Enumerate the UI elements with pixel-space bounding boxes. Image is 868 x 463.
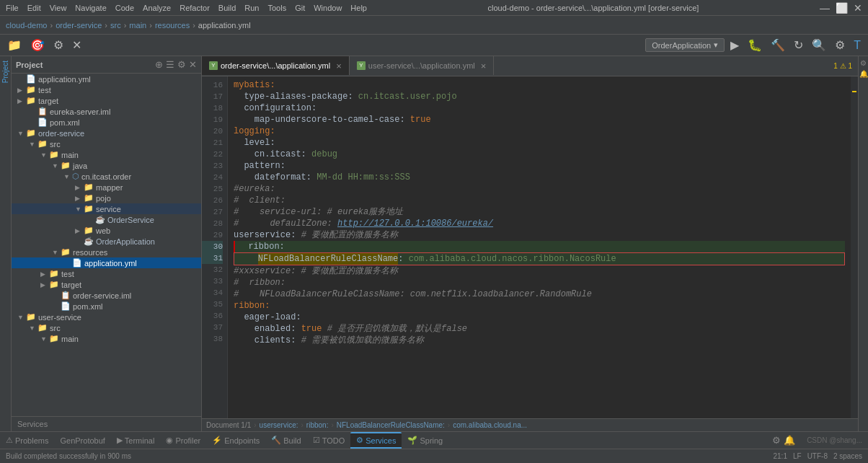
editor-breadcrumb-ribbon[interactable]: ribbon:	[306, 421, 329, 429]
menu-view[interactable]: View	[50, 4, 67, 12]
right-icon-1[interactable]: ⚙	[860, 59, 867, 67]
tab-close-icon[interactable]: ×	[481, 61, 487, 71]
tree-item-order-service[interactable]: ▼ 📁 order-service	[12, 128, 201, 138]
tree-item-resources[interactable]: ▼ 📁 resources	[12, 247, 201, 257]
yaml-tab-icon: Y	[209, 61, 218, 70]
tab-genprotobuf[interactable]: GenProtobuf	[54, 432, 110, 449]
tree-item-java[interactable]: ▼ 📁 java	[12, 160, 201, 171]
sidebar-add-icon[interactable]: ⊕	[155, 59, 163, 70]
build-button[interactable]: 🔨	[768, 37, 788, 53]
breadcrumb-cloud-demo[interactable]: cloud-demo	[6, 21, 47, 30]
code-content[interactable]: mybatis: type-aliases-package: cn.itcast…	[228, 76, 851, 418]
tree-item-app-yml-top[interactable]: 📄 application.yml	[12, 74, 201, 84]
breadcrumb-main[interactable]: main	[129, 21, 146, 30]
menu-file[interactable]: File	[6, 4, 19, 12]
search-everywhere-button[interactable]: 🔍	[809, 37, 829, 53]
sidebar-list-icon[interactable]: ☰	[166, 59, 174, 70]
toolbar-project-button[interactable]: 📁	[4, 37, 25, 53]
maximize-button[interactable]: ⬜	[836, 2, 848, 14]
run-button[interactable]: ▶	[727, 37, 742, 53]
tab-services[interactable]: ⚙ Services	[350, 432, 402, 449]
tree-item-app-yml-selected[interactable]: 📄 application.yml	[12, 257, 201, 268]
tree-item-order-service-class[interactable]: ☕ OrderService	[12, 214, 201, 225]
breadcrumb-file[interactable]: application.yml	[198, 21, 251, 30]
settings-gear-button[interactable]: ⚙	[832, 37, 848, 53]
debug-button[interactable]: 🐛	[745, 37, 765, 53]
breadcrumb-order-service[interactable]: order-service	[56, 21, 102, 30]
tab-build[interactable]: 🔨 Build	[265, 432, 306, 449]
close-button[interactable]: ✕	[854, 2, 862, 14]
menu-window[interactable]: Window	[314, 4, 342, 12]
editor-breadcrumb-nacos[interactable]: com.alibaba.cloud.na...	[453, 421, 527, 429]
sidebar-close-icon[interactable]: ✕	[189, 59, 197, 70]
tree-item-target-top[interactable]: ▶ 📁 target	[12, 95, 201, 106]
tree-item-mapper[interactable]: ▶ 📁 mapper	[12, 182, 201, 193]
tree-item-src[interactable]: ▼ 📁 src	[12, 138, 201, 149]
bottom-tab-spacer	[448, 432, 766, 449]
breadcrumb-sep-1: ›	[50, 21, 53, 30]
tree-label: web	[96, 226, 110, 235]
toolbar-target-button[interactable]: 🎯	[27, 37, 48, 53]
run-config-selector[interactable]: OrderApplication ▾	[645, 38, 725, 52]
tree-item-order-application[interactable]: ☕ OrderApplication	[12, 236, 201, 247]
menu-tools[interactable]: Tools	[267, 4, 286, 12]
toolbar-close-button[interactable]: ✕	[69, 37, 84, 53]
tree-item-service-folder[interactable]: ▼ 📁 service	[12, 203, 201, 214]
tab-user-service-yml[interactable]: Y user-service\...\application.yml ×	[350, 56, 495, 75]
expand-icon: ▼	[17, 130, 25, 137]
bottom-notifications-icon[interactable]: 🔔	[784, 435, 795, 446]
tab-order-service-yml[interactable]: Y order-service\...\application.yml ×	[202, 56, 350, 75]
tab-close-icon[interactable]: ×	[336, 61, 342, 71]
tab-problems[interactable]: ⚠ Problems	[0, 432, 54, 449]
tab-spring[interactable]: 🌱 Spring	[402, 432, 448, 449]
menu-run[interactable]: Run	[244, 4, 259, 12]
menu-help[interactable]: Help	[350, 4, 367, 12]
editor-breadcrumb-userservice[interactable]: userservice:	[260, 421, 298, 429]
menu-build[interactable]: Build	[218, 4, 236, 12]
editor-breadcrumb-nf[interactable]: NFLoadBalancerRuleClassName:	[337, 421, 445, 429]
breadcrumb-resources[interactable]: resources	[155, 21, 190, 30]
tree-label: cn.itcast.order	[81, 172, 131, 181]
tree-item-package[interactable]: ▼ ⬡ cn.itcast.order	[12, 171, 201, 182]
tree-item-eureka-iml[interactable]: 📋 eureka-server.iml	[12, 106, 201, 117]
tree-item-test-2[interactable]: ▶ 📁 test	[12, 268, 201, 279]
project-tab[interactable]: Project	[0, 56, 11, 87]
menu-git[interactable]: Git	[295, 4, 305, 12]
tree-item-web[interactable]: ▶ 📁 web	[12, 225, 201, 236]
menu-refactor[interactable]: Refactor	[180, 4, 210, 12]
menu-code[interactable]: Code	[115, 4, 134, 12]
tree-item-user-service[interactable]: ▼ 📁 user-service	[12, 312, 201, 322]
tab-todo[interactable]: ☑ TODO	[307, 432, 351, 449]
tab-terminal[interactable]: ▶ Terminal	[111, 432, 161, 449]
menu-navigate[interactable]: Navigate	[75, 4, 106, 12]
tab-profiler[interactable]: ◉ Profiler	[160, 432, 206, 449]
tree-item-order-iml[interactable]: 📋 order-service.iml	[12, 290, 201, 301]
translate-button[interactable]: T	[851, 38, 864, 53]
sidebar-gear-icon[interactable]: ⚙	[177, 59, 186, 70]
tree-item-pojo[interactable]: ▶ 📁 pojo	[12, 193, 201, 203]
tree-item-main-2[interactable]: ▼ 📁 main	[12, 333, 201, 344]
folder-icon: 📁	[26, 85, 36, 94]
minimize-button[interactable]: —	[820, 2, 830, 14]
tree-item-main[interactable]: ▼ 📁 main	[12, 149, 201, 160]
right-icon-2[interactable]: 🔔	[859, 70, 868, 78]
folder-icon: 📁	[61, 161, 71, 170]
menu-edit[interactable]: Edit	[27, 4, 41, 12]
iml-icon: 📋	[37, 107, 48, 116]
sync-button[interactable]: ↻	[791, 37, 806, 53]
tree-item-pom-2[interactable]: 📄 pom.xml	[12, 301, 201, 312]
menu-analyze[interactable]: Analyze	[143, 4, 171, 12]
tree-label: main	[61, 151, 79, 159]
tree-item-pom-top[interactable]: 📄 pom.xml	[12, 117, 201, 128]
tree-item-test[interactable]: ▶ 📁 test	[12, 84, 201, 95]
breadcrumb-src[interactable]: src	[110, 21, 121, 30]
encoding: UTF-8	[807, 452, 828, 460]
tree-item-target-2[interactable]: ▶ 📁 target	[12, 279, 201, 290]
tab-endpoints[interactable]: ⚡ Endpoints	[206, 432, 265, 449]
folder-icon: 📁	[49, 269, 59, 278]
expand-icon: ▼	[52, 249, 59, 256]
tree-label: src	[50, 324, 61, 332]
bottom-settings-icon[interactable]: ⚙	[772, 435, 781, 446]
toolbar-settings-button[interactable]: ⚙	[50, 37, 66, 53]
tree-item-src-2[interactable]: ▼ 📁 src	[12, 322, 201, 333]
